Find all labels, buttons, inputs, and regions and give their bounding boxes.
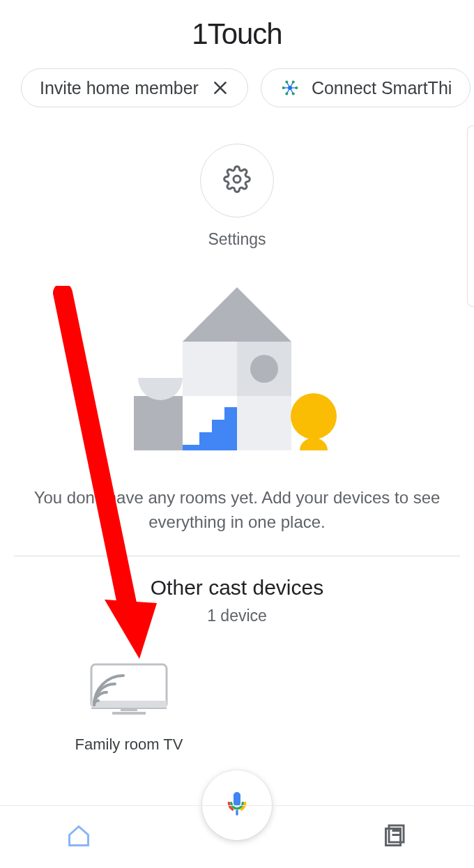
svg-rect-21 [237,396,291,450]
smartthings-icon [280,77,300,98]
svg-point-15 [234,176,240,183]
device-name-label: Family room TV [75,736,183,754]
cast-devices-count: 1 device [0,607,474,625]
home-icon [66,839,91,851]
nav-feed-tab[interactable] [383,823,408,851]
svg-point-31 [291,393,337,439]
svg-marker-16 [183,287,291,342]
cast-device-tile[interactable]: Family room TV [63,660,195,754]
svg-point-19 [250,355,278,383]
invite-home-member-chip[interactable]: Invite home member [21,68,248,107]
settings-label: Settings [208,230,266,249]
svg-rect-34 [121,709,137,711]
chip-label: Connect SmartThi [312,78,452,98]
empty-home-illustration [131,287,344,458]
svg-rect-35 [112,712,146,715]
close-icon[interactable] [211,79,229,97]
gear-icon [223,165,251,196]
header: 1Touch [0,0,474,61]
page-title: 1Touch [0,17,474,51]
settings-button[interactable] [200,144,274,218]
tv-cast-icon [87,660,171,726]
svg-rect-33 [91,701,167,708]
chip-label: Invite home member [40,78,199,98]
cast-devices-title: Other cast devices [0,576,474,600]
suggestion-chips-row: Invite home member [0,61,474,116]
feed-icon [383,839,408,851]
settings-shortcut[interactable]: Settings [0,144,474,249]
svg-rect-17 [183,342,237,396]
connect-smartthings-chip[interactable]: Connect SmartThi [261,68,471,107]
bottom-navigation [0,805,474,868]
svg-rect-30 [134,396,183,450]
section-divider [14,556,460,556]
svg-rect-36 [91,708,167,709]
empty-rooms-message: You don't have any rooms yet. Add your d… [28,486,446,535]
cast-devices-header: Other cast devices 1 device [0,576,474,625]
scroll-edge-indicator [467,125,474,307]
nav-home-tab[interactable] [66,823,91,851]
